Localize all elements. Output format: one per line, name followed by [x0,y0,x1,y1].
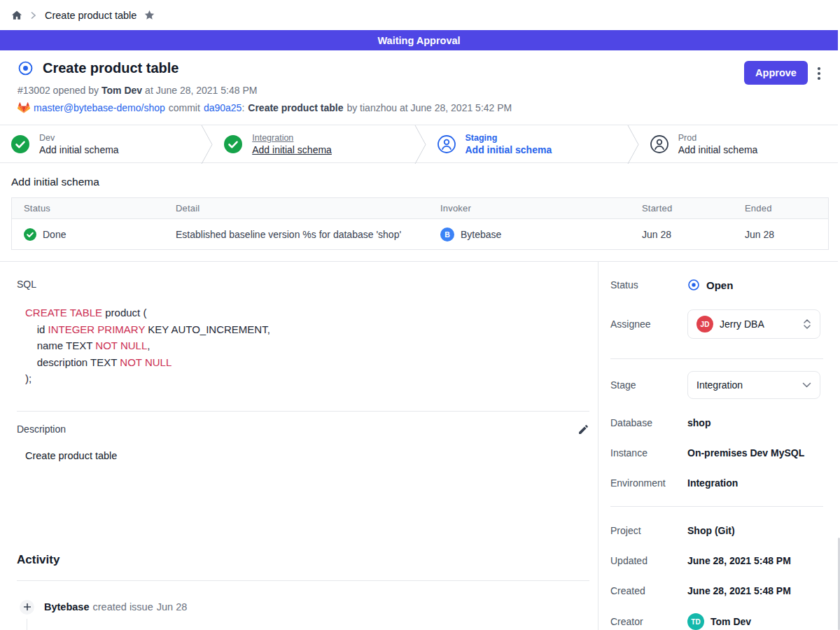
commit-word: commit [169,102,200,113]
pipeline: DevAdd initial schema IntegrationAdd ini… [0,125,840,163]
issue-detail-panel: SQL CREATE TABLE product ( id INTEGER PR… [0,262,598,630]
table-row[interactable]: Done Established baseline version %s for… [12,219,828,249]
environment-label: Environment [610,477,687,489]
updated-label: Updated [610,555,687,566]
issue-open-icon [18,60,34,76]
created-value: June 28, 2021 5:48 PM [687,585,791,596]
person-circle-icon [650,135,668,153]
approve-button[interactable]: Approve [744,61,808,85]
commit-message: Create product table [248,102,343,113]
sidebar-environment-row: Environment Integration [610,477,823,489]
assignee-avatar: JD [696,316,713,332]
stage-env: Integration [252,133,332,143]
divider [610,358,823,359]
sidebar-status-row: Status Open [610,279,823,291]
assignee-value: Jerry DBA [720,318,797,330]
pipeline-stage-staging[interactable]: StagingAdd initial schema [426,125,627,162]
pipeline-stage-integration[interactable]: IntegrationAdd initial schema [213,125,414,162]
task-invoker: Bytebase [461,229,501,240]
status-label: Status [610,279,687,290]
sql-code[interactable]: CREATE TABLE product ( id INTEGER PRIMAR… [25,304,589,387]
plus-icon [20,600,34,615]
task-started: Jun 28 [642,229,671,240]
instance-value[interactable]: On-premises Dev MySQL [687,447,804,458]
issue-id: #13002 opened by [18,85,99,96]
pipeline-stage-prod[interactable]: ProdAdd initial schema [639,125,840,162]
star-icon[interactable] [144,9,155,21]
task-table-header: Status Detail Invoker Started Ended [12,198,828,219]
database-value[interactable]: shop [687,417,710,428]
stage-label: Stage [610,379,687,391]
stage-task: Add initial schema [465,144,552,155]
stage-env: Prod [678,133,758,143]
breadcrumb-title[interactable]: Create product table [45,10,136,21]
instance-label: Instance [610,447,687,458]
gitlab-icon [18,102,30,113]
task-table: Status Detail Invoker Started Ended Done… [11,197,829,250]
breadcrumb: Create product table [0,0,840,30]
waiting-approval-banner: Waiting Approval [0,30,838,50]
activity-title: Activity [17,553,589,567]
stage-separator [414,125,426,164]
stage-select[interactable]: Integration [687,371,820,399]
task-status: Done [43,229,66,240]
check-circle-icon [11,135,29,153]
check-circle-icon [24,228,36,241]
creator-value: Tom Dev [710,616,751,627]
assignee-select[interactable]: JD Jerry DBA [687,309,820,339]
sidebar-instance-row: Instance On-premises Dev MySQL [610,447,823,459]
project-value[interactable]: Shop (Git) [687,525,735,536]
commit-branch-link[interactable]: master@bytebase-demo/shop [34,102,165,113]
activity-date: Jun 28 [157,601,188,612]
database-label: Database [610,417,687,428]
commit-line: master@bytebase-demo/shop commit da90a25… [18,102,823,113]
sidebar-stage-row: Stage Integration [610,371,823,399]
sidebar-creator-row: Creator TDTom Dev [610,613,823,630]
creator-label: Creator [610,616,687,627]
status-value: Open [706,279,733,291]
creator-avatar: TD [687,613,704,630]
invoker-avatar: B [440,227,454,241]
stage-task: Add initial schema [678,144,758,155]
description-label: Description [17,424,66,435]
assignee-label: Assignee [610,318,687,330]
check-circle-icon [224,135,242,153]
issue-author: Tom Dev [102,85,142,96]
created-label: Created [610,585,687,596]
divider [17,580,589,581]
project-label: Project [610,525,687,536]
issue-meta: #13002 opened by Tom Dev at June 28, 202… [18,85,823,96]
task-detail: Established baseline version %s for data… [176,229,401,240]
stage-separator [627,125,639,164]
updown-icon [803,318,811,330]
pipeline-stage-dev[interactable]: DevAdd initial schema [0,125,201,162]
stage-value: Integration [696,379,796,391]
task-section-title: Add initial schema [11,176,829,188]
stage-separator [201,125,213,164]
divider [17,411,589,412]
task-ended: Jun 28 [745,229,774,240]
chevron-down-icon [802,382,811,388]
chevron-right-icon [30,11,36,20]
environment-value[interactable]: Integration [687,477,738,489]
commit-suffix: by tianzhou at June 28, 2021 5:42 PM [346,102,512,113]
activity-action: created issue [92,601,153,612]
sidebar-database-row: Database shop [610,416,823,429]
home-icon[interactable] [10,9,23,22]
commit-hash-link[interactable]: da90a25 [204,102,242,113]
edit-pencil-icon[interactable] [578,424,589,435]
timeline-connector [27,619,27,630]
updated-value: June 28, 2021 5:48 PM [687,555,791,566]
issue-sidebar: Status Open Assignee JD Jerry DBA Stage … [598,262,840,630]
issue-date: at June 28, 2021 5:48 PM [145,85,257,96]
sidebar-assignee-row: Assignee JD Jerry DBA [610,309,823,339]
sidebar-updated-row: Updated June 28, 2021 5:48 PM [610,554,823,567]
sql-label: SQL [17,279,589,290]
stage-env: Staging [465,133,552,143]
activity-actor: Bytebase [44,601,89,612]
sidebar-project-row: Project Shop (Git) [610,524,823,537]
kebab-menu-icon[interactable] [813,65,825,82]
page-title: Create product table [43,60,178,76]
activity-item: Bytebase created issue Jun 28 [17,600,589,615]
description-content[interactable]: Create product table [25,450,589,461]
